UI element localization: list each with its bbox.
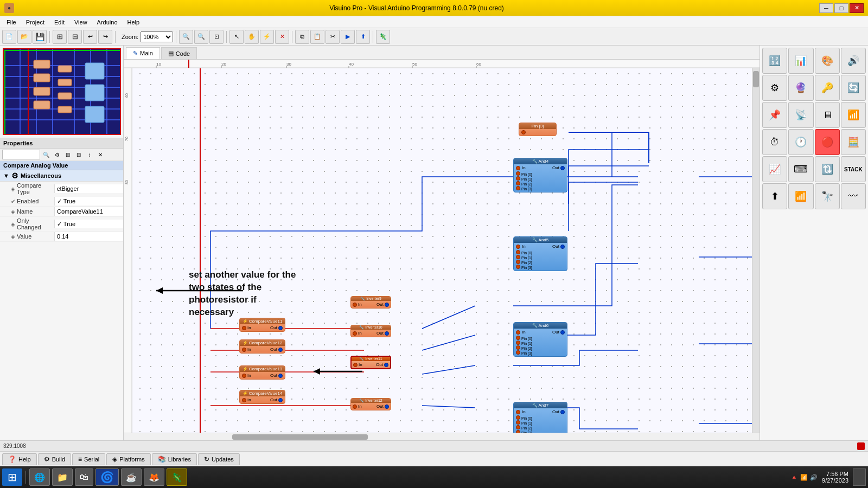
cv14-out[interactable] bbox=[278, 398, 283, 402]
comp-color[interactable]: 🎨 bbox=[815, 48, 840, 74]
and6-out-port[interactable] bbox=[560, 330, 565, 335]
comp-wave[interactable]: 〰 bbox=[841, 183, 866, 209]
comp-red[interactable]: 🔴 bbox=[815, 129, 840, 155]
pin3-in-port[interactable] bbox=[521, 130, 526, 134]
toolbar-grid[interactable]: ⊞ bbox=[53, 30, 67, 44]
inv10-out[interactable] bbox=[385, 331, 389, 336]
toolbar-compile[interactable]: ▶ bbox=[341, 30, 355, 44]
and5-pin3[interactable] bbox=[516, 265, 520, 269]
tab-updates[interactable]: ↻ Updates bbox=[198, 453, 240, 465]
inverter10-node[interactable]: 🔧 Inverter10 In Out bbox=[350, 325, 391, 337]
menu-file[interactable]: File bbox=[2, 18, 21, 27]
comp-number[interactable]: 🔑 bbox=[815, 75, 840, 101]
toolbar-connect[interactable]: ⚡ bbox=[260, 30, 274, 44]
props-row-compare-type[interactable]: ◈ Compare Type ctBigger bbox=[0, 182, 123, 196]
and6-pin1[interactable] bbox=[516, 341, 520, 345]
and7-node[interactable]: 🔧 And7 In Out Pin [0] Pin [1] Pin [2] Pi… bbox=[513, 402, 567, 433]
inv10-in[interactable] bbox=[353, 331, 357, 336]
clock-display[interactable]: 7:56 PM9/27/2023 bbox=[822, 471, 848, 484]
and5-node[interactable]: 🔧 And5 In Out Pin [0] Pin [1] Pin [2] Pi… bbox=[513, 236, 567, 271]
comp-calc[interactable]: 🧮 bbox=[841, 129, 866, 155]
minimize-button[interactable]: ─ bbox=[819, 3, 833, 13]
pin3-node[interactable]: Pin [3] bbox=[519, 123, 557, 136]
taskbar-java[interactable]: ☕ bbox=[121, 468, 142, 486]
comp-rotate[interactable]: 🔃 bbox=[815, 156, 840, 182]
comp-sensor[interactable]: 📡 bbox=[788, 102, 813, 128]
and6-in-port[interactable] bbox=[516, 330, 520, 335]
and6-pin2[interactable] bbox=[516, 345, 520, 350]
props-row-enabled[interactable]: ✔ Enabled ✓ True bbox=[0, 196, 123, 207]
vertical-scrollbar[interactable] bbox=[752, 68, 760, 433]
toolbar-undo[interactable]: ↩ bbox=[83, 30, 97, 44]
tab-code[interactable]: ▤ Code bbox=[161, 47, 197, 59]
comp-arrow[interactable]: ⬆ bbox=[762, 183, 787, 209]
comp-analog[interactable]: 📊 bbox=[788, 48, 813, 74]
menu-edit[interactable]: Edit bbox=[50, 18, 69, 27]
toolbar-move[interactable]: ✋ bbox=[245, 30, 259, 44]
comp-math[interactable]: 🔮 bbox=[788, 75, 813, 101]
props-refresh-button[interactable]: 🔍 bbox=[41, 150, 51, 159]
menu-view[interactable]: View bbox=[70, 18, 92, 27]
comp-chart[interactable]: 📈 bbox=[762, 156, 787, 182]
comp-clock[interactable]: 🕐 bbox=[788, 129, 813, 155]
and4-pin0[interactable] bbox=[516, 171, 520, 176]
inverter9-node[interactable]: 🔧 Inverter9 In Out bbox=[350, 296, 391, 309]
and7-pin1[interactable] bbox=[516, 420, 520, 425]
maximize-button[interactable]: □ bbox=[834, 3, 848, 13]
and4-pin1[interactable] bbox=[516, 176, 520, 181]
comp-logic[interactable]: ⚙ bbox=[762, 75, 787, 101]
props-row-value[interactable]: ◈ Value 0.14 bbox=[0, 232, 123, 242]
props-row-name[interactable]: ◈ Name CompareValue11 bbox=[0, 207, 123, 217]
toolbar-open[interactable]: 📂 bbox=[17, 30, 31, 44]
taskbar-edge[interactable]: 🌐 bbox=[29, 468, 50, 486]
toolbar-redo[interactable]: ↪ bbox=[98, 30, 112, 44]
menu-help[interactable]: Help bbox=[123, 18, 144, 27]
comp-convert[interactable]: 🔄 bbox=[841, 75, 866, 101]
cv14-in[interactable] bbox=[242, 398, 246, 402]
toolbar-cut[interactable]: ✂ bbox=[326, 30, 340, 44]
props-search-input[interactable] bbox=[2, 150, 40, 159]
comp-stack[interactable]: STACK bbox=[841, 156, 866, 182]
comp-sound[interactable]: 🔊 bbox=[841, 48, 866, 74]
toolbar-zoomin[interactable]: 🔍 bbox=[179, 30, 193, 44]
and6-pin0[interactable] bbox=[516, 336, 520, 340]
taskbar-blue[interactable]: 🌀 bbox=[95, 468, 119, 486]
inverter12-node[interactable]: 🔧 Inverter12 In Out bbox=[350, 398, 391, 410]
toolbar-delete[interactable]: ✕ bbox=[275, 30, 289, 44]
and4-node[interactable]: 🔧 And4 In Out Pin [0] Pin [1] Pin [2] Pi… bbox=[513, 158, 567, 192]
and6-pin3[interactable] bbox=[516, 350, 520, 355]
tab-serial[interactable]: ≡ Serial bbox=[72, 453, 105, 465]
inv9-in[interactable] bbox=[353, 303, 357, 307]
taskbar-firefox[interactable]: 🦊 bbox=[144, 468, 164, 486]
cv11-in[interactable] bbox=[242, 326, 246, 330]
and5-out-port[interactable] bbox=[560, 245, 565, 249]
zoom-select[interactable]: 100%75%150% bbox=[141, 31, 173, 42]
inv12-out[interactable] bbox=[385, 404, 389, 409]
comparevalue14-node[interactable]: ⚡ CompareValue14 In Out bbox=[239, 390, 285, 404]
toolbar-zoomout[interactable]: 🔍 bbox=[194, 30, 208, 44]
toolbar-select[interactable]: ↖ bbox=[229, 30, 244, 44]
and7-out-port[interactable] bbox=[560, 410, 565, 414]
toolbar-paste[interactable]: 📋 bbox=[310, 30, 324, 44]
comp-comm[interactable]: 📶 bbox=[841, 102, 866, 128]
props-expand-button[interactable]: ⊞ bbox=[63, 150, 73, 159]
toolbar-grid2[interactable]: ⊟ bbox=[68, 30, 82, 44]
comp-gpio[interactable]: 📌 bbox=[762, 102, 787, 128]
and6-node[interactable]: 🔧 And6 In Out Pin [0] Pin [1] Pin [2] Pi… bbox=[513, 322, 567, 357]
and5-pin1[interactable] bbox=[516, 255, 520, 259]
show-desktop-button[interactable] bbox=[853, 468, 866, 486]
comp-digital[interactable]: 🔢 bbox=[762, 48, 787, 74]
close-button[interactable]: ✕ bbox=[850, 3, 864, 13]
and4-out-port[interactable] bbox=[560, 166, 565, 170]
cv11-out[interactable] bbox=[278, 326, 283, 330]
props-category-misc[interactable]: ▼ ⚙ Miscellaneous bbox=[0, 170, 123, 182]
tab-platforms[interactable]: ◈ Platforms bbox=[106, 453, 150, 465]
horizontal-scrollbar[interactable] bbox=[124, 433, 760, 440]
and4-in-port[interactable] bbox=[516, 166, 520, 170]
toolbar-save[interactable]: 💾 bbox=[33, 30, 47, 44]
start-button[interactable]: ⊞ bbox=[2, 468, 22, 486]
comp-text[interactable]: ⌨ bbox=[788, 156, 813, 182]
comp-wifi[interactable]: 📶 bbox=[788, 183, 813, 209]
cv13-in[interactable] bbox=[242, 374, 246, 378]
and7-in-port[interactable] bbox=[516, 410, 520, 414]
